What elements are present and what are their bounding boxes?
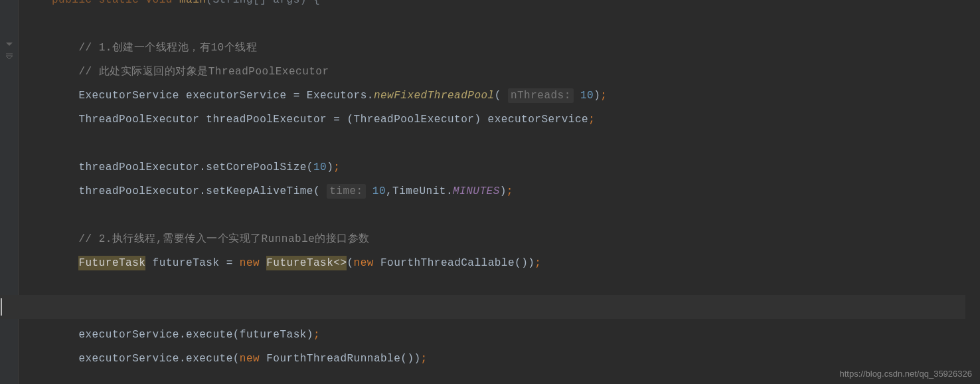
watermark-text: https://blog.csdn.net/qq_35926326	[840, 369, 973, 379]
code-line[interactable]	[52, 132, 980, 155]
code-line[interactable]	[52, 203, 980, 227]
fold-icon[interactable]	[4, 40, 15, 50]
code-line[interactable]: executorService.execute(new FourthThread…	[52, 347, 980, 371]
code-line[interactable]: executorService.execute(futureTask);	[52, 323, 980, 347]
code-area[interactable]: public static void main(String[] args) {…	[19, 0, 980, 384]
code-line[interactable]: // 此处实际返回的对象是ThreadPoolExecutor	[52, 60, 980, 84]
code-line[interactable]	[52, 275, 980, 299]
code-editor[interactable]: public static void main(String[] args) {…	[0, 0, 980, 384]
text-caret	[1, 298, 2, 316]
fold-icon[interactable]	[4, 52, 15, 62]
code-line[interactable]	[52, 299, 980, 323]
highlighted-text[interactable]: FutureTask	[78, 256, 145, 270]
code-line[interactable]: threadPoolExecutor.setCorePoolSize(10);	[52, 155, 980, 179]
editor-gutter	[0, 0, 19, 384]
code-line[interactable]: // 2.执行线程,需要传入一个实现了Runnable的接口参数	[52, 227, 980, 251]
code-line[interactable]	[52, 12, 980, 36]
code-line[interactable]: FutureTask futureTask = new FutureTask<>…	[52, 251, 980, 275]
code-line[interactable]: ExecutorService executorService = Execut…	[52, 84, 980, 108]
code-line[interactable]: ThreadPoolExecutor threadPoolExecutor = …	[52, 108, 980, 132]
code-line[interactable]: threadPoolExecutor.setKeepAliveTime( tim…	[52, 179, 980, 203]
highlighted-text[interactable]: FutureTask<>	[266, 256, 347, 270]
code-line[interactable]: public static void main(String[] args) {	[52, 0, 980, 12]
code-line[interactable]: // 1.创建一个线程池，有10个线程	[52, 36, 980, 60]
